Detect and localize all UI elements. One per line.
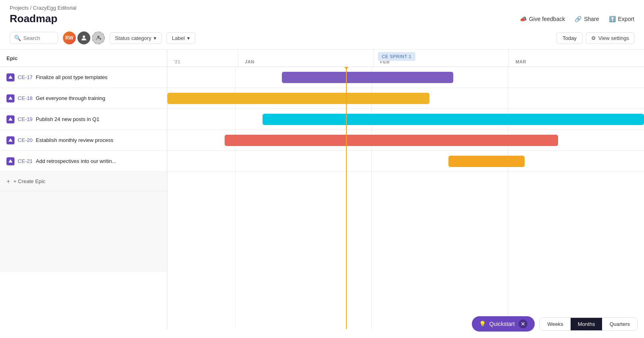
epic-name-ce17: Finalize all post type templates [36,74,108,80]
timeline-row-ce19 [167,109,644,130]
avatar-user[interactable] [77,31,90,44]
create-epic-cell[interactable]: + + Create Epic [0,172,52,191]
toolbar: 🔍 RW Status category ▾ Label ▾ Today ⚙ V… [0,31,644,50]
header-actions: 📣 Give feedback 🔗 Share ⬆️ Export [520,16,634,22]
epic-cell-ce20[interactable]: CE-20 Establish monthly review process [0,130,167,150]
epic-cell-ce21[interactable]: CE-21 Add retrospectives into our writin… [0,151,167,171]
epic-list: CE-17 Finalize all post type templates C… [0,67,167,329]
quickstart-close-button[interactable]: ✕ [519,319,527,328]
create-epic-row[interactable]: + + Create Epic [0,172,167,191]
svg-point-1 [97,36,99,38]
share-icon: 🔗 [575,16,581,22]
search-box[interactable]: 🔍 [10,32,58,44]
epic-icon [6,157,15,165]
epic-icon [6,73,15,81]
epic-cell-ce18[interactable]: CE-18 Get everyone through training [0,88,167,108]
chevron-down-icon-2: ▾ [187,35,190,41]
search-input[interactable] [23,35,52,41]
status-category-filter[interactable]: Status category ▾ [110,32,162,44]
svg-marker-7 [8,138,13,142]
month-feb-header: FEB CE Sprint 1 [374,50,509,67]
avatar-rw[interactable]: RW [63,31,76,44]
epic-name-ce18: Get everyone through training [36,95,105,101]
svg-marker-4 [8,75,13,79]
bottom-bar: 💡 Quickstart ✕ Weeks Months Quarters [472,316,638,329]
timeline-row-create [167,172,644,191]
weeks-button[interactable]: Weeks [540,318,571,330]
avatar-group: RW [63,31,105,44]
epic-id-ce18[interactable]: CE-18 [18,95,33,101]
share-button[interactable]: 🔗 Share [575,16,599,22]
quickstart-button[interactable]: 💡 Quickstart ✕ [472,316,535,329]
month-mar-header: MAR [509,50,644,67]
months-button[interactable]: Months [571,318,602,330]
bar-ce18[interactable] [167,93,429,104]
table-row: CE-18 Get everyone through training [0,88,167,109]
month-dec-header: '21 [167,50,238,67]
empty-row [0,191,167,272]
sprint-label: CE Sprint 1 [378,52,415,61]
give-feedback-button[interactable]: 📣 Give feedback [520,16,565,22]
label-filter[interactable]: Label ▾ [167,32,195,44]
epic-icon [6,94,15,102]
svg-point-0 [83,35,85,38]
timeline-row-ce17 [167,67,644,88]
timeline-area [167,67,644,329]
view-settings-button[interactable]: ⚙ View settings [586,32,634,44]
bar-ce21[interactable] [448,156,525,167]
epic-id-ce21[interactable]: CE-21 [18,158,33,164]
bar-ce17[interactable] [282,72,454,83]
export-button[interactable]: ⬆️ Export [609,16,634,22]
epic-icon [6,115,15,123]
settings-icon: ⚙ [591,35,596,41]
epic-id-ce19[interactable]: CE-19 [18,116,33,122]
search-icon: 🔍 [14,35,21,41]
lightbulb-icon: 💡 [479,321,486,327]
epic-id-ce17[interactable]: CE-17 [18,74,33,80]
epic-name-ce20: Establish monthly review process [36,137,113,143]
export-icon: ⬆️ [609,16,616,22]
breadcrumb-project[interactable]: CrazyEgg Editorial [33,5,77,11]
breadcrumb-separator: / [30,5,33,11]
timeline-row-ce21 [167,151,644,172]
chevron-down-icon: ▾ [154,35,156,41]
timeline-row-ce20 [167,130,644,151]
svg-marker-6 [8,117,13,121]
today-button[interactable]: Today [556,32,583,44]
timeline-row-ce18 [167,88,644,109]
epic-name-ce21: Add retrospectives into our writin... [36,158,116,164]
table-row: CE-19 Publish 24 new posts in Q1 [0,109,167,130]
epic-column-header: Epic [0,50,167,67]
table-row: CE-21 Add retrospectives into our writin… [0,151,167,172]
svg-marker-5 [8,96,13,100]
plus-icon: + [6,178,10,185]
month-jan-header: JAN [238,50,374,67]
table-row: CE-20 Establish monthly review process [0,130,167,151]
months-header: '21 JAN FEB CE Sprint 1 MAR [167,50,644,67]
table-row: CE-17 Finalize all post type templates [0,67,167,88]
epic-cell-ce19[interactable]: CE-19 Publish 24 new posts in Q1 [0,109,167,129]
epic-id-ce20[interactable]: CE-20 [18,137,33,143]
megaphone-icon: 📣 [520,16,527,22]
breadcrumb-projects[interactable]: Projects [10,5,29,11]
svg-marker-8 [8,159,13,163]
bar-ce20[interactable] [225,135,558,146]
avatar-add[interactable] [92,31,105,44]
breadcrumb: Projects / CrazyEgg Editorial [10,5,634,11]
epic-cell-ce17[interactable]: CE-17 Finalize all post type templates [0,67,167,88]
epic-name-ce19: Publish 24 new posts in Q1 [36,116,100,122]
epic-icon [6,136,15,144]
quarters-button[interactable]: Quarters [602,318,637,330]
bar-ce19[interactable] [263,114,644,125]
timeline-row-empty [167,191,644,272]
page-title: Roadmap [10,13,57,25]
time-unit-switcher: Weeks Months Quarters [540,317,638,330]
